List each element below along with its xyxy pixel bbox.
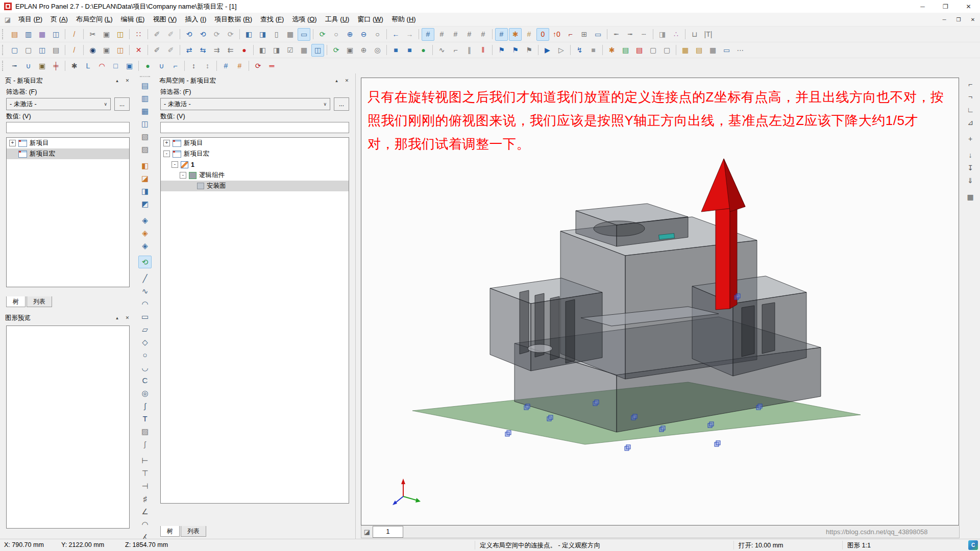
number-pad-icon[interactable]: ⊞ xyxy=(578,28,591,41)
toolbar-grip[interactable] xyxy=(2,61,6,71)
curve-c-tool-icon[interactable]: C xyxy=(138,374,152,387)
snap-grid-icon[interactable]: # xyxy=(495,28,508,41)
view-cube-top-icon[interactable]: ◪ xyxy=(138,172,152,185)
view-cube-front-icon[interactable]: ◧ xyxy=(138,159,152,172)
connection-end-icon[interactable]: ╼ xyxy=(8,60,21,72)
page-check-icon[interactable]: ▤ xyxy=(619,44,632,57)
monitor-2-icon[interactable]: ▭ xyxy=(720,44,733,57)
dim-radius-icon[interactable]: ◠ xyxy=(138,518,152,531)
tree-expander[interactable]: - xyxy=(163,151,170,157)
grid-chart-a-icon[interactable]: # xyxy=(219,60,232,72)
spline-icon[interactable]: ∿ xyxy=(435,44,448,57)
sync-selection-icon[interactable]: ⇇ xyxy=(224,44,237,57)
arc-edit-icon[interactable]: ◠ xyxy=(95,60,108,72)
shopping-cart-icon[interactable]: ⊔ xyxy=(688,28,701,41)
menu-w[interactable]: 窗口 (W) xyxy=(353,13,387,26)
view-corner-b-icon[interactable]: ¬ xyxy=(964,90,977,103)
format-brush-apply-icon[interactable]: ✐ xyxy=(164,28,177,41)
tab-list[interactable]: 列表 xyxy=(27,296,52,307)
dim-vertical-icon[interactable]: ⊤ xyxy=(138,467,152,480)
paste-icon[interactable]: ◫ xyxy=(114,28,127,41)
drop-c-icon[interactable]: ⇓ xyxy=(964,174,977,187)
back-icon[interactable]: ← xyxy=(389,28,402,41)
sheet-navigate-icon[interactable]: ▧ xyxy=(138,130,152,143)
align-vertical-icon[interactable]: ╼ xyxy=(624,28,636,41)
menu-o[interactable]: 选项 (O) xyxy=(288,13,321,26)
circle-2-tool-icon[interactable]: ◎ xyxy=(138,387,152,399)
view-corner-c-icon[interactable]: ∟ xyxy=(964,103,977,116)
topology-icon[interactable]: ∴ xyxy=(670,28,682,41)
star-page-icon[interactable]: ✱ xyxy=(605,44,618,57)
solid-box-b-icon[interactable]: ■ xyxy=(403,44,416,57)
page-plain-icon[interactable]: ▢ xyxy=(647,44,659,57)
tree-item[interactable]: -1 xyxy=(161,159,349,170)
project-management-icon[interactable]: ▦ xyxy=(36,28,48,41)
snap-free-icon[interactable]: # xyxy=(523,28,535,41)
grid-c-icon[interactable]: # xyxy=(449,28,462,41)
new-window-icon[interactable]: ▢ xyxy=(8,44,21,57)
window-cascade-icon[interactable]: ◫ xyxy=(36,44,48,57)
settings-wrench-icon[interactable]: / xyxy=(68,44,81,57)
monitor-icon[interactable]: ▭ xyxy=(298,28,310,41)
solid-box-a-icon[interactable]: ■ xyxy=(389,44,402,57)
dock-left-icon[interactable]: ◧ xyxy=(256,44,269,57)
filter-select[interactable]: - 未激活 - ∨ xyxy=(6,98,111,110)
mesh-a-icon[interactable]: ▦ xyxy=(679,44,692,57)
format-brush-icon[interactable]: ✐ xyxy=(151,28,163,41)
redo-history-icon[interactable]: ⟳ xyxy=(224,28,237,41)
busbar-red-icon[interactable]: ‖ xyxy=(477,44,489,57)
u-bend-icon[interactable]: ∪ xyxy=(22,60,35,72)
checkbox-icon[interactable]: ☑ xyxy=(284,44,297,57)
menu-a[interactable]: 页 (A) xyxy=(46,13,72,26)
redraw-icon[interactable]: ⟳ xyxy=(316,28,329,41)
polyline-tool-icon[interactable]: ∿ xyxy=(138,285,152,297)
play-route-icon[interactable]: ▶ xyxy=(541,44,554,57)
viewport-tab-1[interactable]: 1 xyxy=(373,526,403,538)
zoom-in-icon[interactable]: ⊕ xyxy=(344,28,356,41)
sync-back-icon[interactable]: ⇆ xyxy=(197,44,209,57)
u-arrow-icon[interactable]: ∪ xyxy=(155,60,168,72)
wire-cross-icon[interactable]: ╪ xyxy=(50,60,62,72)
copy-icon[interactable]: ▣ xyxy=(100,28,113,41)
menu-h[interactable]: 帮助 (H) xyxy=(387,13,420,26)
dock-right-icon[interactable]: ◨ xyxy=(270,44,283,57)
rectangle-tool-icon[interactable]: ▭ xyxy=(138,310,152,323)
properties-wrench-icon[interactable]: / xyxy=(68,28,81,41)
routing-icon[interactable]: ↯ xyxy=(573,44,586,57)
device-icon[interactable]: ◨ xyxy=(656,28,669,41)
pin-icon[interactable]: ▴ xyxy=(113,77,121,85)
flag-b-icon[interactable]: ⚑ xyxy=(509,44,522,57)
text-tool-icon[interactable]: T xyxy=(138,412,152,425)
text-cursor-icon[interactable]: |T| xyxy=(702,28,715,41)
data-table-icon[interactable]: ▦ xyxy=(298,44,310,57)
flag-c-icon[interactable]: ⚑ xyxy=(523,44,535,57)
tree-item[interactable]: +新项目 xyxy=(7,138,129,148)
height-a-icon[interactable]: ↕ xyxy=(187,60,200,72)
sync-forward-icon[interactable]: ⇄ xyxy=(183,44,195,57)
snap-object-icon[interactable]: ✱ xyxy=(509,28,522,41)
grid-chart-b-icon[interactable]: # xyxy=(233,60,246,72)
sheet-grid-icon[interactable]: ▨ xyxy=(138,143,152,156)
zoom-window-icon[interactable]: ○ xyxy=(330,28,342,41)
gem-z-icon[interactable]: ◈ xyxy=(138,239,152,252)
gem-x-icon[interactable]: ◈ xyxy=(138,214,152,227)
close-icon[interactable]: ✕ xyxy=(123,77,132,85)
corner-snap-icon[interactable]: ⌐ xyxy=(564,28,577,41)
undo-history-icon[interactable]: ⟲ xyxy=(197,28,209,41)
circle-tool-icon[interactable]: ○ xyxy=(138,348,152,361)
parallel-lines-icon[interactable]: ∥ xyxy=(463,44,476,57)
arc-2-tool-icon[interactable]: ◡ xyxy=(138,361,152,374)
zoom-entire-icon[interactable]: ○ xyxy=(371,28,384,41)
align-horizontal-icon[interactable]: ╾ xyxy=(610,28,623,41)
pin-icon[interactable]: ▴ xyxy=(113,314,121,322)
undo-icon[interactable]: ⟲ xyxy=(183,28,195,41)
blank-page-icon[interactable]: ▯ xyxy=(270,28,283,41)
filled-box-icon[interactable]: ▣ xyxy=(36,60,48,72)
delete-search-result-icon[interactable]: ✕ xyxy=(132,44,145,57)
view-corner-a-icon[interactable]: ⌐ xyxy=(964,78,977,90)
spline-tool-icon[interactable]: ∫ xyxy=(138,399,152,412)
table-2-icon[interactable]: ▦ xyxy=(706,44,719,57)
grid-d-icon[interactable]: # xyxy=(463,28,476,41)
tree-item[interactable]: -新项目宏 xyxy=(161,148,349,159)
child-close-button[interactable]: ✕ xyxy=(966,14,980,25)
